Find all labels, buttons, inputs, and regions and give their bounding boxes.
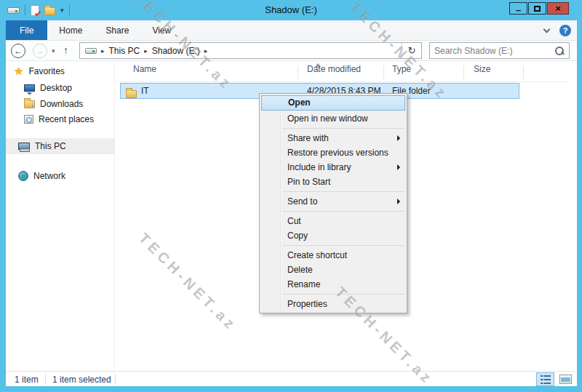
- breadcrumb-this-pc[interactable]: This PC: [109, 46, 140, 56]
- column-resize-handle[interactable]: [523, 65, 524, 80]
- menu-item-share-with[interactable]: Share with: [260, 131, 407, 145]
- file-list: Name Date modified Type Size IT 4/28/201…: [116, 61, 577, 371]
- properties-check-icon[interactable]: [31, 5, 39, 16]
- menu-separator: [260, 209, 407, 214]
- new-folder-icon[interactable]: [44, 7, 55, 15]
- column-header-type[interactable]: Type: [392, 64, 411, 74]
- selection-count: 1 item selected: [52, 375, 111, 385]
- sidebar-item-this-pc[interactable]: This PC: [18, 139, 66, 153]
- menu-item-create-shortcut[interactable]: Create shortcut: [260, 248, 407, 263]
- desktop-icon: [24, 84, 35, 92]
- breadcrumb-arrow-icon[interactable]: ▸: [144, 47, 148, 55]
- sidebar-item-network[interactable]: Network: [18, 169, 65, 183]
- drive-icon: [7, 7, 20, 14]
- breadcrumb-arrow-icon[interactable]: ▸: [101, 47, 105, 55]
- menu-separator: [260, 243, 407, 248]
- ribbon-tab-bar: File Home Share View ?: [6, 20, 577, 41]
- context-menu: Open Open in new window Share with Resto…: [259, 93, 407, 313]
- collapse-ribbon-icon[interactable]: [543, 26, 551, 33]
- menu-item-rename[interactable]: Rename: [260, 277, 407, 292]
- sidebar-item-favorites[interactable]: ★ Favorites: [14, 64, 65, 79]
- column-resize-handle[interactable]: [463, 65, 464, 80]
- close-icon: ×: [555, 3, 561, 14]
- status-bar: 1 item 1 item selected: [6, 371, 577, 386]
- sidebar-item-label: Downloads: [40, 99, 83, 109]
- column-header-size[interactable]: Size: [474, 64, 490, 74]
- qat-dropdown-icon[interactable]: ▾: [60, 7, 64, 14]
- tab-view[interactable]: View: [140, 20, 183, 40]
- toolbar-separator: [69, 5, 70, 15]
- explorer-window: ▾ Shadow (E:) – × File Home Share View ?…: [0, 0, 582, 392]
- quick-access-toolbar: ▾: [7, 0, 70, 20]
- window-title: Shadow (E:): [0, 4, 582, 15]
- title-bar: ▾ Shadow (E:) – ×: [0, 0, 582, 20]
- network-icon: [18, 171, 28, 181]
- maximize-icon: [534, 6, 541, 12]
- item-count: 1 item: [15, 375, 39, 385]
- menu-item-open[interactable]: Open: [261, 95, 405, 111]
- help-icon[interactable]: ?: [559, 25, 571, 36]
- menu-separator: [260, 189, 407, 194]
- window-border-right: [577, 20, 582, 386]
- menu-item-copy[interactable]: Copy: [260, 228, 407, 243]
- this-pc-icon: [18, 143, 30, 150]
- menu-item-send-to[interactable]: Send to: [260, 194, 407, 209]
- breadcrumb-shadow-e[interactable]: Shadow (E:): [152, 46, 200, 56]
- close-button[interactable]: ×: [547, 2, 569, 15]
- status-divider: [115, 374, 116, 385]
- menu-item-restore-previous-versions[interactable]: Restore previous versions: [260, 145, 407, 160]
- sidebar-item-recent-places[interactable]: Recent places: [24, 112, 94, 127]
- breadcrumb-arrow-icon[interactable]: ▸: [204, 47, 208, 55]
- search-box: [429, 42, 570, 59]
- column-header-name[interactable]: Name: [133, 64, 156, 74]
- column-header-date-modified[interactable]: Date modified: [307, 64, 361, 74]
- window-border-bottom: [0, 386, 582, 392]
- sidebar-item-label: This PC: [35, 141, 66, 151]
- navigation-bar: ← → ▾ ↑ ▸ This PC ▸ Shadow (E:) ▸ ↻: [6, 41, 577, 61]
- tab-home[interactable]: Home: [47, 20, 94, 40]
- favorites-star-icon: ★: [14, 65, 23, 78]
- main-area: ★ Favorites Desktop ↓ Downloads Recent p…: [6, 61, 577, 371]
- search-input[interactable]: [434, 46, 554, 56]
- history-dropdown-icon[interactable]: ▾: [52, 47, 55, 55]
- folder-icon: [126, 90, 137, 98]
- navigation-pane: ★ Favorites Desktop ↓ Downloads Recent p…: [6, 61, 115, 371]
- sidebar-item-label: Desktop: [40, 83, 72, 93]
- sidebar-item-label: Recent places: [39, 114, 94, 124]
- search-icon[interactable]: [554, 46, 565, 56]
- menu-item-properties[interactable]: Properties: [260, 297, 407, 311]
- drive-icon: [85, 48, 97, 54]
- minimize-icon: –: [516, 7, 521, 13]
- thumbnail-view-button[interactable]: [557, 372, 575, 386]
- column-resize-handle[interactable]: [298, 65, 298, 80]
- maximize-button[interactable]: [528, 2, 546, 15]
- sidebar-item-downloads[interactable]: ↓ Downloads: [24, 97, 83, 111]
- menu-separator: [260, 126, 407, 131]
- minimize-button[interactable]: –: [509, 2, 527, 15]
- menu-item-open-in-new-window[interactable]: Open in new window: [260, 111, 407, 126]
- recent-places-icon: [24, 115, 33, 124]
- thumbnail-view-icon: [559, 375, 572, 384]
- menu-separator: [260, 292, 407, 297]
- column-resize-handle[interactable]: [383, 65, 384, 80]
- forward-button[interactable]: →: [33, 44, 47, 58]
- back-button[interactable]: ←: [11, 44, 25, 58]
- details-view-icon: [541, 375, 551, 384]
- tab-share[interactable]: Share: [94, 20, 140, 40]
- menu-item-delete[interactable]: Delete: [260, 263, 407, 277]
- menu-item-pin-to-start[interactable]: Pin to Start: [260, 175, 407, 189]
- up-button[interactable]: ↑: [63, 44, 68, 56]
- address-bar[interactable]: ▸ This PC ▸ Shadow (E:) ▸ ↻: [79, 42, 422, 59]
- refresh-icon[interactable]: ↻: [402, 43, 421, 58]
- menu-item-cut[interactable]: Cut: [260, 214, 407, 228]
- sidebar-item-label: Favorites: [28, 66, 64, 76]
- file-name: IT: [141, 86, 149, 96]
- window-border-left: [0, 20, 6, 386]
- status-divider: [45, 374, 46, 385]
- header-divider: [116, 81, 570, 82]
- menu-item-include-in-library[interactable]: Include in library: [260, 160, 407, 175]
- sidebar-item-desktop[interactable]: Desktop: [24, 81, 72, 95]
- downloads-folder-icon: ↓: [24, 100, 35, 108]
- tab-file[interactable]: File: [6, 20, 47, 40]
- details-view-button[interactable]: [536, 372, 554, 386]
